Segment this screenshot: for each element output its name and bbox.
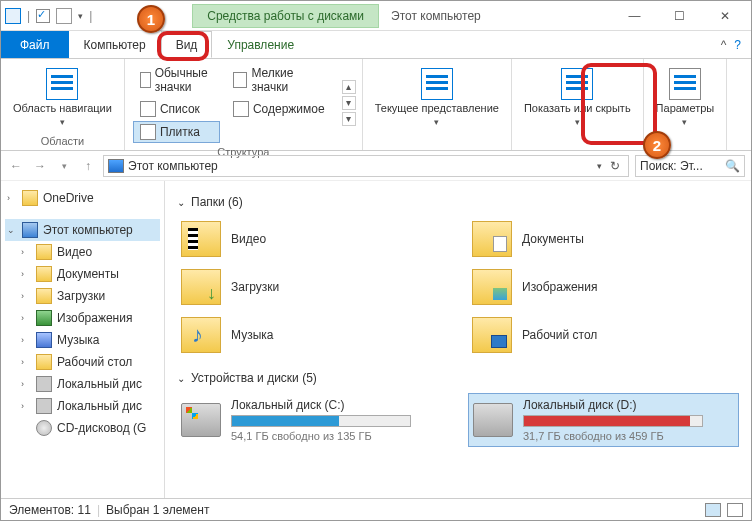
list-icon bbox=[140, 101, 156, 117]
folder-documents[interactable]: Документы bbox=[468, 217, 739, 261]
drive-c[interactable]: Локальный диск (C:) 54,1 ГБ свободно из … bbox=[177, 393, 448, 447]
drive-c-icon bbox=[181, 403, 221, 437]
tree-pictures[interactable]: ›Изображения bbox=[19, 307, 160, 329]
chevron-down-icon: ▾ bbox=[682, 117, 687, 127]
ribbon-tabs: Файл Компьютер Вид Управление ^ ? bbox=[1, 31, 751, 59]
tree-desktop[interactable]: ›Рабочий стол bbox=[19, 351, 160, 373]
content-pane: ⌄Папки (6) Видео Документы Загрузки Изоб… bbox=[165, 181, 751, 498]
show-hide-icon bbox=[561, 68, 593, 100]
content-icon bbox=[233, 101, 249, 117]
group-label-areas: Области bbox=[7, 134, 118, 148]
folder-icon bbox=[36, 266, 52, 282]
tree-music[interactable]: ›Музыка bbox=[19, 329, 160, 351]
layout-small-icons[interactable]: Мелкие значки bbox=[226, 63, 332, 97]
drive-d-name: Локальный диск (D:) bbox=[523, 398, 734, 412]
drive-c-name: Локальный диск (C:) bbox=[231, 398, 444, 412]
search-box[interactable]: Поиск: Эт... 🔍 bbox=[635, 155, 745, 177]
category-devices[interactable]: ⌄Устройства и диски (5) bbox=[177, 371, 739, 385]
qat-sep: | bbox=[27, 9, 30, 23]
layout-scroll-down-icon[interactable]: ▾ bbox=[342, 96, 356, 110]
drive-c-space: 54,1 ГБ свободно из 135 ГБ bbox=[231, 430, 444, 442]
pictures-icon bbox=[36, 310, 52, 326]
title-bar: | ▾ | Средства работы с дисками Этот ком… bbox=[1, 1, 751, 31]
ribbon: Область навигации ▾ Области Обычные знач… bbox=[1, 59, 751, 151]
layout-normal-icons[interactable]: Обычные значки bbox=[133, 63, 220, 97]
current-view-button[interactable]: Текущее представление ▾ bbox=[369, 66, 505, 128]
tab-computer[interactable]: Компьютер bbox=[69, 31, 161, 58]
layout-tiles[interactable]: Плитка bbox=[133, 121, 220, 143]
close-button[interactable]: ✕ bbox=[702, 2, 747, 30]
layout-content[interactable]: Содержимое bbox=[226, 98, 332, 120]
folder-pictures[interactable]: Изображения bbox=[468, 265, 739, 309]
navigation-pane-button[interactable]: Область навигации ▾ bbox=[7, 66, 118, 128]
breadcrumb-dropdown-icon[interactable]: ▾ bbox=[597, 161, 602, 171]
cd-icon bbox=[36, 420, 52, 436]
drive-d-space: 31,7 ГБ свободно из 459 ГБ bbox=[523, 430, 734, 442]
status-selected: Выбран 1 элемент bbox=[106, 503, 209, 517]
show-hide-button[interactable]: Показать или скрыть ▾ bbox=[518, 66, 637, 128]
explorer-window: | ▾ | Средства работы с дисками Этот ком… bbox=[0, 0, 752, 521]
minimize-button[interactable]: — bbox=[612, 2, 657, 30]
qat-sep2: | bbox=[89, 9, 92, 23]
folder-desktop[interactable]: Рабочий стол bbox=[468, 313, 739, 357]
window-title: Этот компьютер bbox=[391, 9, 481, 23]
breadcrumb[interactable]: Этот компьютер bbox=[128, 159, 218, 173]
options-button[interactable]: Параметры ▾ bbox=[650, 66, 721, 128]
pc-icon bbox=[22, 222, 38, 238]
quick-access-toolbar: | ▾ | bbox=[5, 8, 92, 24]
navigation-tree: ›OneDrive ⌄Этот компьютер ›Видео ›Докуме… bbox=[1, 181, 165, 498]
music-folder-icon bbox=[181, 317, 221, 353]
tree-videos[interactable]: ›Видео bbox=[19, 241, 160, 263]
recent-dropdown-icon[interactable]: ▾ bbox=[55, 161, 73, 171]
tree-downloads[interactable]: ›Загрузки bbox=[19, 285, 160, 307]
folder-icon bbox=[36, 288, 52, 304]
search-placeholder: Поиск: Эт... bbox=[640, 159, 703, 173]
qat-dropdown-icon[interactable]: ▾ bbox=[78, 11, 83, 21]
forward-button[interactable]: → bbox=[31, 159, 49, 173]
maximize-button[interactable]: ☐ bbox=[657, 2, 702, 30]
this-pc-icon bbox=[108, 159, 124, 173]
category-folders[interactable]: ⌄Папки (6) bbox=[177, 195, 739, 209]
icons-icon bbox=[140, 72, 151, 88]
nav-panel-icon bbox=[46, 68, 78, 100]
drive-d-usage-bar bbox=[523, 415, 703, 427]
tree-this-pc[interactable]: ⌄Этот компьютер bbox=[5, 219, 160, 241]
layout-scroll-up-icon[interactable]: ▴ bbox=[342, 80, 356, 94]
folder-videos[interactable]: Видео bbox=[177, 217, 448, 261]
drive-d-icon bbox=[473, 403, 513, 437]
ribbon-collapse-icon[interactable]: ^ bbox=[721, 38, 727, 52]
tree-onedrive[interactable]: ›OneDrive bbox=[5, 187, 160, 209]
drive-c-usage-bar bbox=[231, 415, 411, 427]
current-view-icon bbox=[421, 68, 453, 100]
view-large-button[interactable] bbox=[727, 503, 743, 517]
folder-icon bbox=[22, 190, 38, 206]
drive-d[interactable]: Локальный диск (D:) 31,7 ГБ свободно из … bbox=[468, 393, 739, 447]
small-icons-icon bbox=[233, 72, 247, 88]
view-details-button[interactable] bbox=[705, 503, 721, 517]
tab-manage[interactable]: Управление bbox=[212, 31, 309, 58]
search-icon: 🔍 bbox=[725, 159, 740, 173]
refresh-button[interactable]: ↻ bbox=[606, 159, 624, 173]
layout-more-icon[interactable]: ▾ bbox=[342, 112, 356, 126]
tree-local-d[interactable]: ›Локальный дис bbox=[19, 395, 160, 417]
qat-check-icon[interactable] bbox=[36, 9, 50, 23]
qat-item[interactable] bbox=[56, 8, 72, 24]
contextual-tab-drive-tools: Средства работы с дисками bbox=[192, 4, 379, 28]
up-button[interactable]: ↑ bbox=[79, 159, 97, 173]
tree-documents[interactable]: ›Документы bbox=[19, 263, 160, 285]
help-icon[interactable]: ? bbox=[734, 38, 741, 52]
drive-icon bbox=[36, 398, 52, 414]
folder-icon bbox=[36, 354, 52, 370]
back-button[interactable]: ← bbox=[7, 159, 25, 173]
folder-music[interactable]: Музыка bbox=[177, 313, 448, 357]
address-bar[interactable]: Этот компьютер ▾ ↻ bbox=[103, 155, 629, 177]
drive-icon bbox=[36, 376, 52, 392]
folder-downloads[interactable]: Загрузки bbox=[177, 265, 448, 309]
layout-list[interactable]: Список bbox=[133, 98, 220, 120]
nav-panel-label: Область навигации bbox=[13, 102, 112, 114]
tab-view[interactable]: Вид bbox=[161, 31, 213, 58]
tree-local-c[interactable]: ›Локальный дис bbox=[19, 373, 160, 395]
tree-cd-drive[interactable]: CD-дисковод (G bbox=[19, 417, 160, 439]
tab-file[interactable]: Файл bbox=[1, 31, 69, 58]
videos-folder-icon bbox=[181, 221, 221, 257]
